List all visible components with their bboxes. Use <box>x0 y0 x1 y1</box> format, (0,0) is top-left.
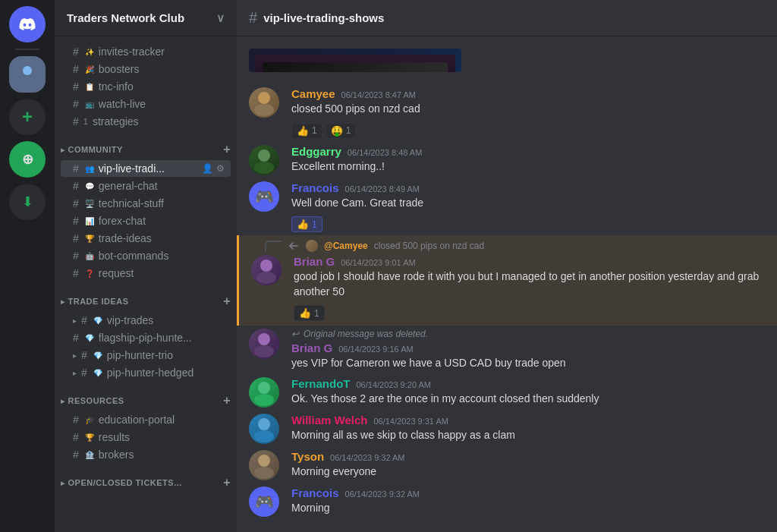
channel-header: # vip-live-trading-shows <box>237 0 777 36</box>
category-arrow-icon: ▸ <box>61 146 65 154</box>
category-trade-ideas[interactable]: ▸ TRADE IDEAS + <box>55 282 237 311</box>
svg-point-15 <box>254 467 274 479</box>
username-tyson[interactable]: Tyson <box>291 450 324 463</box>
category-arrow-icon: ▸ <box>61 297 65 306</box>
hash-icon: # <box>73 63 79 75</box>
username-briang2[interactable]: Brian G <box>291 342 332 354</box>
message-group-briang1: @Camyee closed 500 pips on nzd cad Brian… <box>237 235 777 326</box>
svg-point-6 <box>260 260 272 272</box>
message-group-tyson: Tyson 06/14/2023 9:32 AM Morning everyon… <box>237 447 777 483</box>
gear-settings-icon[interactable]: ⚙ <box>216 163 225 174</box>
reaction-moneymouth[interactable]: 🤑 1 <box>326 123 357 139</box>
channel-header-name: vip-live-trading-shows <box>263 11 384 24</box>
reply-username-camyee[interactable]: @Camyee <box>324 241 368 251</box>
channel-item-flagship-pip[interactable]: # 💎 flagship-pip-hunte... <box>61 329 231 346</box>
message-content-briang1: Brian G 06/14/2023 9:01 AM good job I sh… <box>294 255 765 321</box>
svg-point-12 <box>258 418 270 430</box>
reactions-francois1: 👍 1 <box>291 213 765 232</box>
reply-avatar-camyee <box>306 240 318 252</box>
hash-icon: # <box>73 197 79 209</box>
avatar-briang2 <box>249 329 279 359</box>
username-francois2[interactable]: Francois <box>291 486 339 499</box>
hash-icon: # <box>73 215 79 227</box>
channel-item-boosters[interactable]: # 🎉 boosters <box>61 61 231 77</box>
svg-point-9 <box>254 345 274 357</box>
explore-servers-button[interactable]: ⊕ <box>9 141 46 178</box>
discord-home-button[interactable] <box>9 6 46 42</box>
message-content-edggarry: Edggarry 06/14/2023 8:48 AM Excellent mo… <box>291 145 765 175</box>
avatar-francois2: 🎮 <box>249 486 279 517</box>
username-camyee[interactable]: Camyee <box>291 87 335 100</box>
reactions-briang1: 👍 1 <box>294 302 765 321</box>
category-community[interactable]: ▸ COMMUNITY + <box>55 131 237 159</box>
timestamp-fernandot: 06/14/2023 9:20 AM <box>357 380 431 389</box>
reaction-thumbsup[interactable]: 👍 1 <box>291 123 322 139</box>
avatar-edggarry <box>249 145 279 175</box>
hash-icon: # <box>73 232 79 244</box>
hash-icon: # <box>81 367 87 379</box>
download-button[interactable]: ⬇ <box>9 184 46 220</box>
channel-item-technical-stuff[interactable]: # 🖥️ technical-stuff <box>61 195 231 212</box>
category-tickets[interactable]: ▸ OPEN/CLOSED TICKETS... + <box>55 464 237 493</box>
message-group-william: William Welch 06/14/2023 9:31 AM Morning… <box>237 411 777 447</box>
channel-item-pip-hunter-trio[interactable]: ▸ # 💎 pip-hunter-trio <box>61 347 231 364</box>
add-channel-resources-button[interactable]: + <box>223 394 231 408</box>
message-group-fernandot: FernandoT 06/14/2023 9:20 AM Ok. Yes tho… <box>237 374 777 411</box>
svg-point-5 <box>254 162 274 174</box>
channel-item-invites-tracker[interactable]: # ✨ invites-tracker <box>61 43 231 60</box>
channel-item-tnc-info[interactable]: # 📋 tnc-info <box>61 78 231 95</box>
message-header: FernandoT 06/14/2023 9:20 AM <box>291 377 765 390</box>
add-channel-trade-ideas-button[interactable]: + <box>223 294 231 308</box>
channel-item-strategies[interactable]: # 1 strategies <box>61 113 231 130</box>
channel-item-request[interactable]: # ❓ request <box>61 265 231 282</box>
category-resources[interactable]: ▸ RESOURCES + <box>55 382 237 411</box>
message-text-edggarry: Excellent morning..! <box>291 159 765 175</box>
reply-reference: @Camyee closed 500 pips on nzd cad <box>239 238 777 253</box>
message-group-edggarry: Edggarry 06/14/2023 8:48 AM Excellent mo… <box>237 142 777 178</box>
username-william[interactable]: William Welch <box>291 414 367 427</box>
hash-icon: # <box>73 414 79 426</box>
reaction-thumbsup-francois[interactable]: 👍 1 <box>291 216 322 232</box>
embed-image: ▶ NETFLIX <box>249 49 461 72</box>
channel-item-brokers[interactable]: # 🏦 brokers <box>61 446 231 463</box>
hash-icon: # <box>73 80 79 93</box>
message-group-briang2: ↩ Original message was deleted. Brian G … <box>237 326 777 374</box>
message-text-francois2: Morning <box>291 501 765 516</box>
avatar-tyson <box>249 450 279 480</box>
username-francois1[interactable]: Francois <box>291 181 339 194</box>
message-header: Francois 06/14/2023 9:32 AM <box>291 486 765 499</box>
svg-point-13 <box>254 430 274 442</box>
channel-item-bot-commands[interactable]: # 🤖 bot-commands <box>61 247 231 264</box>
message-text-francois1: Well done Cam. Great trade <box>291 196 765 211</box>
svg-point-14 <box>258 455 270 467</box>
channel-item-results[interactable]: # 🏆 results <box>61 429 231 445</box>
username-briang1[interactable]: Brian G <box>294 255 335 268</box>
server-divider <box>15 49 39 50</box>
add-channel-community-button[interactable]: + <box>223 143 231 156</box>
server-icon-traders[interactable] <box>9 56 46 93</box>
channel-item-vip-live-trading[interactable]: # 👥 vip-live-tradi... 👤 ⚙ <box>61 160 231 177</box>
hash-icon: # <box>73 250 79 262</box>
channel-item-general-chat[interactable]: # 💬 general-chat <box>61 178 231 194</box>
reply-arrow-icon: ↩ <box>291 329 299 339</box>
channel-item-watch-live[interactable]: # 📺 watch-live <box>61 96 231 112</box>
main-content: # vip-live-trading-shows ▶ NETFLIX <box>237 0 777 532</box>
add-channel-tickets-button[interactable]: + <box>223 476 231 490</box>
svg-point-1 <box>20 77 34 86</box>
message-header: Brian G 06/14/2023 9:01 AM <box>294 255 765 268</box>
message-content-francois1: Francois 06/14/2023 8:49 AM Well done Ca… <box>291 181 765 233</box>
server-name-header[interactable]: Traders Network Club ∨ <box>55 0 237 36</box>
channel-item-forex-chat[interactable]: # 📊 forex-chat <box>61 212 231 229</box>
channel-item-trade-ideas[interactable]: # 🏆 trade-ideas <box>61 230 231 247</box>
messages-area[interactable]: ▶ NETFLIX Camyee 06/14/2023 8:47 AM <box>237 36 777 532</box>
message-content-fernandot: FernandoT 06/14/2023 9:20 AM Ok. Yes tho… <box>291 377 765 408</box>
reaction-thumbsup-briang[interactable]: 👍 1 <box>294 305 325 321</box>
add-server-button[interactable]: + <box>9 99 46 135</box>
channel-item-education-portal[interactable]: # 🎓 education-portal <box>61 411 231 428</box>
message-content-camyee: Camyee 06/14/2023 8:47 AM closed 500 pip… <box>291 87 765 139</box>
svg-point-3 <box>254 104 274 116</box>
username-fernandot[interactable]: FernandoT <box>291 377 351 390</box>
channel-item-pip-hunter-hedged[interactable]: ▸ # 💎 pip-hunter-hedged <box>61 364 231 381</box>
channel-item-vip-trades[interactable]: ▸ # 💎 vip-trades <box>61 312 231 329</box>
username-edggarry[interactable]: Edggarry <box>291 145 341 158</box>
